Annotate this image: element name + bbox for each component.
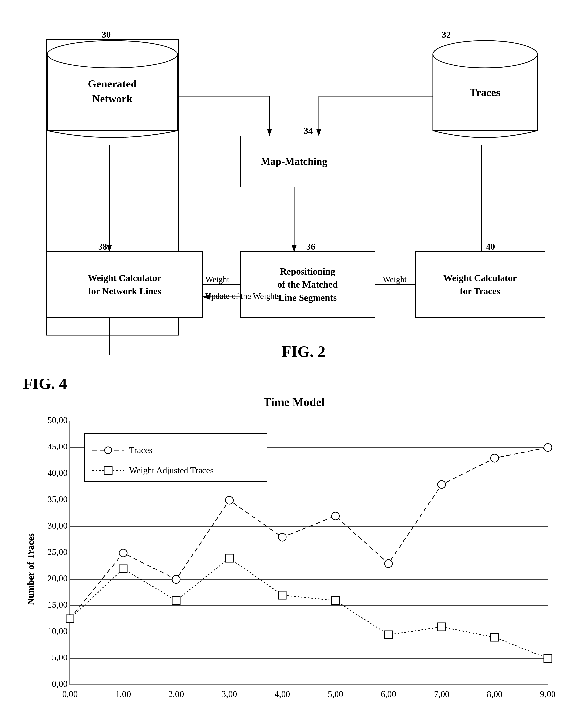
chart-title: Time Model — [23, 395, 565, 409]
svg-text:5,00: 5,00 — [327, 689, 343, 699]
update-label: Update of the Weights — [205, 291, 280, 302]
label-30: 30 — [102, 30, 111, 40]
svg-text:3,00: 3,00 — [221, 689, 237, 699]
svg-text:40,00: 40,00 — [47, 468, 68, 478]
label-40: 40 — [486, 241, 495, 252]
label-32: 32 — [442, 30, 451, 40]
svg-text:30,00: 30,00 — [47, 521, 68, 531]
trace-point-4 — [278, 533, 286, 541]
wa-point-4 — [278, 591, 286, 599]
traces-cylinder: Traces — [432, 39, 538, 145]
svg-text:Weight Adjusted Traces: Weight Adjusted Traces — [129, 466, 214, 475]
svg-text:4,00: 4,00 — [274, 689, 290, 699]
weight-label-right: Weight — [383, 275, 407, 284]
trace-point-1 — [119, 549, 127, 557]
trace-point-8 — [491, 454, 498, 462]
svg-text:Generated: Generated — [88, 78, 137, 90]
svg-point-61 — [105, 447, 112, 454]
svg-text:35,00: 35,00 — [47, 494, 68, 504]
svg-text:25,00: 25,00 — [47, 547, 68, 557]
svg-point-16 — [47, 41, 177, 68]
wa-point-2 — [172, 597, 180, 605]
svg-text:5,00: 5,00 — [52, 652, 68, 663]
label-34: 34 — [304, 126, 313, 136]
svg-text:Traces: Traces — [129, 445, 152, 455]
weight-label-left: Weight — [205, 275, 229, 284]
wa-point-7 — [438, 623, 446, 631]
wa-point-5 — [332, 597, 340, 605]
svg-text:0,00: 0,00 — [52, 679, 68, 689]
svg-text:0,00: 0,00 — [62, 689, 78, 699]
chart-area: Number of Traces .axis-text { font-famil… — [23, 414, 565, 707]
y-axis-label: Number of Traces — [23, 414, 38, 707]
svg-text:50,00: 50,00 — [47, 415, 68, 425]
svg-text:Traces: Traces — [470, 87, 500, 99]
fig2-diagram: Generated Network 30 Traces 32 Map-Match… — [23, 15, 565, 355]
wa-point-1 — [119, 565, 127, 573]
trace-point-2 — [172, 575, 180, 583]
trace-point-5 — [332, 512, 340, 520]
wa-point-8 — [491, 633, 498, 641]
svg-text:9,00: 9,00 — [540, 689, 555, 699]
fig4-container: FIG. 4 Time Model Number of Traces .axis… — [23, 375, 565, 707]
wa-point-9 — [544, 654, 552, 663]
svg-text:15,00: 15,00 — [47, 600, 68, 610]
wa-point-3 — [226, 554, 233, 562]
map-matching-box: Map-Matching — [240, 136, 348, 187]
chart-svg: .axis-text { font-family: 'Times New Rom… — [40, 414, 558, 707]
trace-point-6 — [384, 560, 392, 568]
weight-network-box: Weight Calculator for Network Lines — [46, 251, 203, 318]
svg-point-20 — [433, 41, 537, 68]
svg-text:6,00: 6,00 — [381, 689, 396, 699]
fig2-caption: FIG. 2 — [282, 342, 326, 361]
svg-text:Network: Network — [92, 93, 133, 105]
svg-text:10,00: 10,00 — [47, 626, 68, 636]
generated-network-cylinder: Generated Network — [46, 39, 178, 145]
fig4-caption: FIG. 4 — [23, 375, 565, 393]
trace-point-9 — [544, 444, 552, 451]
label-38: 38 — [98, 241, 107, 252]
chart-inner: .axis-text { font-family: 'Times New Rom… — [40, 414, 565, 707]
repositioning-box: Repositioning of the Matched Line Segmen… — [240, 251, 375, 318]
trace-point-7 — [438, 480, 446, 489]
svg-rect-64 — [104, 467, 112, 474]
wa-point-6 — [384, 631, 392, 639]
trace-point-3 — [226, 496, 233, 504]
svg-text:1,00: 1,00 — [115, 689, 131, 699]
wa-point-0 — [66, 615, 74, 623]
weight-traces-box: Weight Calculator for Traces — [415, 251, 545, 318]
svg-text:7,00: 7,00 — [434, 689, 449, 699]
label-36: 36 — [306, 241, 315, 252]
svg-text:8,00: 8,00 — [487, 689, 502, 699]
svg-text:45,00: 45,00 — [47, 442, 68, 451]
svg-text:2,00: 2,00 — [168, 689, 184, 699]
svg-text:20,00: 20,00 — [47, 573, 68, 583]
